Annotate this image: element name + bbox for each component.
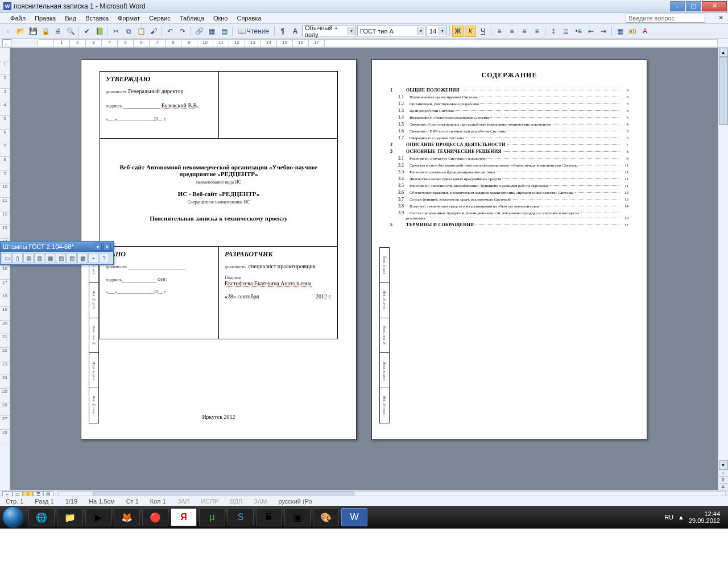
style-combo[interactable]: Обычный + полу▾ <box>302 26 356 36</box>
menu-window[interactable]: Окно <box>209 14 233 23</box>
prev-page-button[interactable]: ⇈ <box>719 476 728 483</box>
stamps-palette-close[interactable]: ✕ <box>103 243 111 251</box>
stamp-btn-1[interactable]: ▭ <box>2 253 12 263</box>
select-browse-object[interactable]: ○ <box>719 469 728 476</box>
tray-clock[interactable]: 12:4429.09.2012 <box>689 510 720 524</box>
font-color-button[interactable]: A <box>639 26 651 37</box>
taskbar-skype-icon[interactable]: S <box>228 508 254 526</box>
taskbar-utorrent-icon[interactable]: µ <box>199 508 225 526</box>
bold-button[interactable]: Ж <box>452 26 464 37</box>
stamp-btn-2[interactable]: ▯ <box>13 253 23 263</box>
save-button[interactable]: 💾 <box>27 26 39 37</box>
menu-table[interactable]: Таблица <box>175 14 209 23</box>
window-minimize-button[interactable]: – <box>670 1 685 11</box>
preview-button[interactable]: 🔍 <box>65 26 76 37</box>
bullets-button[interactable]: •≡ <box>573 26 584 37</box>
format-painter-button[interactable]: 🖌 <box>148 26 159 37</box>
document-close-button[interactable]: ✕ <box>717 14 725 22</box>
stamp-help[interactable]: ? <box>99 253 109 263</box>
taskbar-media-icon[interactable]: ▶ <box>85 508 111 526</box>
vertical-ruler[interactable]: 1234567891011121314151617181920212223242… <box>0 48 10 490</box>
menu-tools[interactable]: Сервис <box>144 14 175 23</box>
permission-button[interactable]: 🔒 <box>40 26 51 37</box>
page-1[interactable]: Подп. и датаИнв. № дубл.Взам. инв. №Подп… <box>81 59 357 440</box>
print-button[interactable]: 🖨 <box>52 26 64 37</box>
numbering-button[interactable]: ≣ <box>560 26 572 37</box>
taskbar-yandex-icon[interactable]: Я <box>171 508 197 526</box>
help-search-input[interactable] <box>626 14 705 23</box>
redo-button[interactable]: ↷ <box>177 26 188 37</box>
page-2[interactable]: Подп. и датаИнв. № дубл.Взам. инв. №Подп… <box>371 59 647 440</box>
start-button[interactable] <box>2 506 24 528</box>
research-button[interactable]: 📗 <box>94 26 105 37</box>
align-right-button[interactable]: ≡ <box>519 26 530 37</box>
stamps-palette-dropdown[interactable]: ▾ <box>94 243 102 251</box>
status-trk[interactable]: ИСПР <box>198 498 221 505</box>
system-tray[interactable]: RU ▲ 12:4429.09.2012 <box>664 510 726 524</box>
menu-insert[interactable]: Вставка <box>81 14 113 23</box>
vertical-scrollbar[interactable]: ▲ ▼ ○ ⇈ ⇊ <box>718 48 728 490</box>
styles-pane-button[interactable]: A <box>289 26 301 37</box>
next-page-button[interactable]: ⇊ <box>719 483 728 490</box>
tables-borders-button[interactable]: ▦ <box>206 26 217 37</box>
align-center-button[interactable]: ≡ <box>506 26 518 37</box>
font-size-combo[interactable]: 14▾ <box>427 26 447 36</box>
menu-view[interactable]: Вид <box>60 14 81 23</box>
tray-lang[interactable]: RU <box>664 514 673 521</box>
taskbar-opera-icon[interactable]: 🔴 <box>142 508 168 526</box>
undo-button[interactable]: ↶ <box>164 26 176 37</box>
taskbar-word-icon[interactable]: W <box>341 508 367 526</box>
align-left-button[interactable]: ≡ <box>494 26 505 37</box>
taskbar-app-icon[interactable]: ▣ <box>284 508 311 526</box>
line-spacing-button[interactable]: ‡ <box>548 26 559 37</box>
stamp-btn-6[interactable]: ▧ <box>56 253 66 263</box>
highlight-button[interactable]: ab <box>627 26 638 37</box>
menu-file[interactable]: Файл <box>6 14 30 23</box>
align-justify-button[interactable]: ≡ <box>531 26 543 37</box>
decrease-indent-button[interactable]: ⇤ <box>585 26 597 37</box>
stamp-btn-3[interactable]: ▤ <box>23 253 34 263</box>
copy-button[interactable]: ⧉ <box>123 26 134 37</box>
paste-button[interactable]: 📋 <box>135 26 147 37</box>
borders-button[interactable]: ▦ <box>614 26 626 37</box>
new-button[interactable]: ▫ <box>2 26 14 37</box>
taskbar-firefox-icon[interactable]: 🦊 <box>114 508 140 526</box>
stamp-btn-8[interactable]: ▩ <box>77 253 88 263</box>
increase-indent-button[interactable]: ⇥ <box>598 26 609 37</box>
menu-format[interactable]: Формат <box>113 14 144 23</box>
open-button[interactable]: 📂 <box>15 26 26 37</box>
scroll-up-button[interactable]: ▲ <box>719 48 728 57</box>
taskbar-paint-icon[interactable]: 🎨 <box>313 508 339 526</box>
italic-button[interactable]: К <box>465 26 476 37</box>
stamp-btn-7[interactable]: ▨ <box>67 253 77 263</box>
menu-edit[interactable]: Правка <box>30 14 60 23</box>
spellcheck-button[interactable]: ✔ <box>81 26 93 37</box>
scroll-thumb[interactable] <box>719 57 728 125</box>
tab-type-selector[interactable]: ⌐ <box>2 39 11 47</box>
stamps-palette-title[interactable]: Штампы ГОСТ 2.104-68* <box>3 243 93 250</box>
scroll-track[interactable] <box>719 57 728 460</box>
stamp-btn-5[interactable]: ▦ <box>45 253 55 263</box>
window-close-button[interactable]: ✕ <box>702 1 727 11</box>
status-ext[interactable]: ВДЛ <box>228 498 245 505</box>
status-rec[interactable]: ЗАП <box>175 498 192 505</box>
scroll-down-button[interactable]: ▼ <box>719 460 728 469</box>
status-lang[interactable]: русский (Ро <box>276 498 314 505</box>
taskbar-calculator-icon[interactable]: 🖩 <box>256 508 282 526</box>
taskbar-ie-icon[interactable]: 🌐 <box>28 508 55 526</box>
stamps-palette[interactable]: Штампы ГОСТ 2.104-68* ▾ ✕ ▭ ▯ ▤ ▥ ▦ ▧ ▨ … <box>0 241 114 265</box>
window-maximize-button[interactable]: ▢ <box>686 1 701 11</box>
taskbar-explorer-icon[interactable]: 📁 <box>57 508 83 526</box>
stamp-btn-4[interactable]: ▥ <box>34 253 44 263</box>
font-combo[interactable]: ГОСТ тип А▾ <box>357 26 425 36</box>
horizontal-ruler[interactable]: 1234567891011121314151617 <box>38 39 718 47</box>
reading-layout-button[interactable]: 📖 Чтение <box>235 26 272 37</box>
cut-button[interactable]: ✂ <box>110 26 122 37</box>
help-search[interactable] <box>626 14 705 23</box>
underline-button[interactable]: Ч <box>477 26 489 37</box>
status-ovr[interactable]: ЗАМ <box>251 498 269 505</box>
insert-table-button[interactable]: ▤ <box>218 26 230 37</box>
hyperlink-button[interactable]: 🔗 <box>193 26 205 37</box>
menu-help[interactable]: Справка <box>232 14 266 23</box>
stamp-btn-9[interactable]: ▪ <box>88 253 98 263</box>
